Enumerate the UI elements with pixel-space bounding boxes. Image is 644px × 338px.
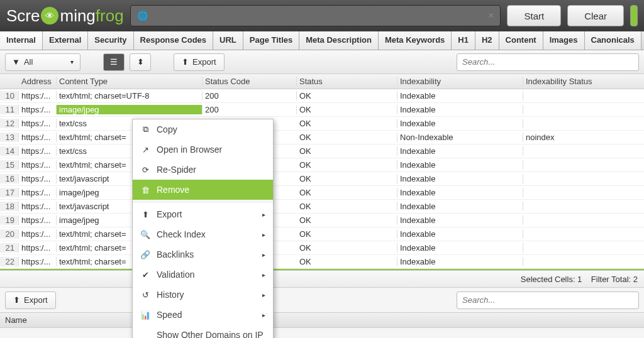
table-row[interactable]: 18https:/...text/javascriptOKIndexable xyxy=(0,200,644,214)
cell-indexability[interactable]: Indexable xyxy=(397,160,523,170)
cm-validation[interactable]: ✔Validation▸ xyxy=(133,264,273,285)
col-status-code[interactable]: Status Code xyxy=(203,77,297,86)
cell-address[interactable]: https:/... xyxy=(19,257,57,266)
table-row[interactable]: 19https:/...image/jpegOKIndexable xyxy=(0,214,644,227)
col-status[interactable]: Status xyxy=(297,77,397,86)
clear-button[interactable]: Clear xyxy=(567,5,624,26)
cell-status[interactable]: OK xyxy=(297,146,397,156)
tab-external[interactable]: External xyxy=(43,31,88,50)
cell-status-code[interactable]: 200 xyxy=(203,105,297,114)
tab-images[interactable]: Images xyxy=(543,31,585,50)
cm-history[interactable]: ↺History▸ xyxy=(133,285,273,305)
table-row[interactable]: 20https:/...text/html; charset=OKIndexab… xyxy=(0,227,644,241)
cm-open-browser[interactable]: ↗Open in Browser xyxy=(133,139,273,160)
search-input[interactable] xyxy=(457,53,639,71)
cm-export[interactable]: ⬆Export▸ xyxy=(133,204,273,224)
green-button[interactable] xyxy=(630,5,638,26)
cm-speed[interactable]: 📊Speed▸ xyxy=(133,305,273,325)
table-row[interactable]: 22https:/...text/html; charset=OKIndexab… xyxy=(0,255,644,269)
clear-url-icon[interactable]: × xyxy=(488,10,494,21)
cell-content-type[interactable]: image/jpeg xyxy=(57,105,203,114)
tab-url[interactable]: URL xyxy=(213,31,243,50)
cell-address[interactable]: https:/... xyxy=(19,215,57,225)
cell-indexability[interactable]: Indexable xyxy=(397,215,523,225)
cell-status[interactable]: OK xyxy=(297,174,397,183)
cell-status[interactable]: OK xyxy=(297,243,397,253)
cell-address[interactable]: https:/... xyxy=(19,146,57,156)
tab-canonicals[interactable]: Canonicals xyxy=(585,31,641,50)
cell-status[interactable]: OK xyxy=(297,229,397,239)
cell-status[interactable]: OK xyxy=(297,257,397,266)
filter-dropdown[interactable]: ▼ All ▾ xyxy=(5,53,80,71)
cell-indexability[interactable]: Indexable xyxy=(397,229,523,239)
col-name[interactable]: Name xyxy=(5,315,27,325)
tab-meta-description[interactable]: Meta Description xyxy=(299,31,379,50)
table-row[interactable]: 15https:/...text/html; charset=OKIndexab… xyxy=(0,158,644,172)
table-row[interactable]: 11https:/...image/jpeg200OKIndexable xyxy=(0,103,644,117)
cell-status[interactable]: OK xyxy=(297,91,397,101)
tab-page-titles[interactable]: Page Titles xyxy=(243,31,299,50)
cell-status[interactable]: OK xyxy=(297,119,397,128)
tab-security[interactable]: Security xyxy=(88,31,133,50)
cell-status[interactable]: OK xyxy=(297,160,397,170)
table-row[interactable]: 16https:/...text/javascriptOKIndexable xyxy=(0,172,644,186)
cell-status[interactable]: OK xyxy=(297,188,397,197)
col-indexability-status[interactable]: Indexability Status xyxy=(523,77,644,86)
cell-status-code[interactable]: 200 xyxy=(203,91,297,101)
cell-address[interactable]: https:/... xyxy=(19,188,57,197)
list-view-button[interactable]: ☰ xyxy=(103,53,125,71)
col-content-type[interactable]: Content Type xyxy=(57,77,203,86)
cell-indexability[interactable]: Indexable xyxy=(397,174,523,183)
cell-address[interactable]: https:/... xyxy=(19,243,57,253)
col-address[interactable]: Address xyxy=(19,77,57,86)
tab-h2[interactable]: H2 xyxy=(475,31,499,50)
cm-remove[interactable]: 🗑Remove xyxy=(133,180,273,200)
cell-indexability[interactable]: Indexable xyxy=(397,188,523,197)
cell-address[interactable]: https:/... xyxy=(19,91,57,101)
tab-h1[interactable]: H1 xyxy=(452,31,475,50)
col-indexability[interactable]: Indexability xyxy=(397,77,523,86)
table-row[interactable]: 12https:/...text/cssOKIndexable xyxy=(0,117,644,131)
cell-indexability[interactable]: Indexable xyxy=(397,146,523,156)
cell-indexability[interactable]: Indexable xyxy=(397,91,523,101)
cell-indexability[interactable]: Indexable xyxy=(397,105,523,114)
tree-view-button[interactable]: ⬍ xyxy=(130,53,151,71)
tab-internal[interactable]: Internal xyxy=(0,31,43,50)
url-input[interactable]: 🌐 × xyxy=(130,5,501,26)
table-row[interactable]: 17https:/...image/jpegOKIndexable xyxy=(0,186,644,200)
table-row[interactable]: 13https:/...text/html; charset=OKNon-Ind… xyxy=(0,131,644,144)
cell-address[interactable]: https:/... xyxy=(19,229,57,239)
bottom-search-input[interactable] xyxy=(457,292,639,309)
cell-address[interactable]: https:/... xyxy=(19,133,57,142)
tab-response-codes[interactable]: Response Codes xyxy=(134,31,213,50)
start-button[interactable]: Start xyxy=(507,5,561,26)
cm-respider[interactable]: ⟳Re-Spider xyxy=(133,160,273,180)
cm-other-domains[interactable]: Show Other Domains on IP xyxy=(133,325,273,338)
cell-address[interactable]: https:/... xyxy=(19,105,57,114)
bottom-export-button[interactable]: ⬆ Export xyxy=(5,292,56,309)
export-button[interactable]: ⬆ Export xyxy=(174,53,225,71)
cell-address[interactable]: https:/... xyxy=(19,202,57,211)
cell-indexability[interactable]: Indexable xyxy=(397,243,523,253)
cm-copy[interactable]: ⧉Copy xyxy=(133,119,273,139)
cell-status[interactable]: OK xyxy=(297,215,397,225)
cell-address[interactable]: https:/... xyxy=(19,174,57,183)
cell-indexability[interactable]: Non-Indexable xyxy=(397,133,523,142)
table-row[interactable]: 14https:/...text/cssOKIndexable xyxy=(0,144,644,158)
table-row[interactable]: 21https:/...text/html; charset=OKIndexab… xyxy=(0,241,644,255)
tab-meta-keywords[interactable]: Meta Keywords xyxy=(379,31,452,50)
cell-status[interactable]: OK xyxy=(297,202,397,211)
cm-check-index[interactable]: 🔍Check Index▸ xyxy=(133,224,273,244)
cm-backlinks[interactable]: 🔗Backlinks▸ xyxy=(133,244,273,264)
cell-status[interactable]: OK xyxy=(297,133,397,142)
cell-indexability[interactable]: Indexable xyxy=(397,119,523,128)
cell-address[interactable]: https:/... xyxy=(19,160,57,170)
cell-status[interactable]: OK xyxy=(297,105,397,114)
tab-content[interactable]: Content xyxy=(499,31,543,50)
cell-indexability[interactable]: Indexable xyxy=(397,257,523,266)
table-row[interactable]: 10https:/...text/html; charset=UTF-8200O… xyxy=(0,89,644,103)
cell-address[interactable]: https:/... xyxy=(19,119,57,128)
cell-indexability[interactable]: Indexable xyxy=(397,202,523,211)
cell-indexability-status[interactable]: noindex xyxy=(523,133,644,142)
cell-content-type[interactable]: text/html; charset=UTF-8 xyxy=(57,91,203,101)
